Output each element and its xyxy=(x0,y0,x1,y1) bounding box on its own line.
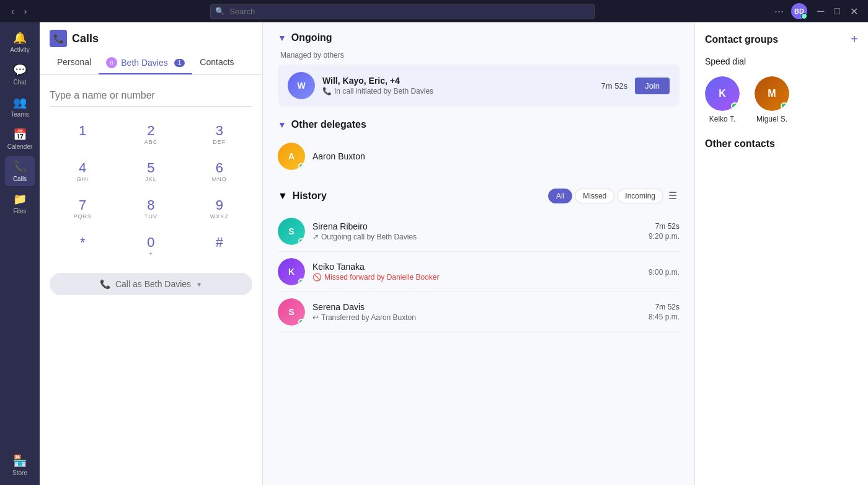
sidebar-item-label: Files xyxy=(13,208,26,215)
ongoing-call-card: W Will, Kayo, Eric, +4 📞 In call initiat… xyxy=(278,65,680,107)
delegate-name: Aaron Buxton xyxy=(312,151,365,161)
sidebar-item-calls[interactable]: 📞 Calls xyxy=(5,156,35,186)
calls-tabs: Personal B Beth Davies 1 Contacts xyxy=(50,52,252,74)
history-toggle[interactable]: ▼ xyxy=(278,190,288,202)
dialpad-input[interactable] xyxy=(50,85,252,107)
dialpad-key-4[interactable]: 4GHI xyxy=(50,154,115,189)
calls-header: 📞 Calls Personal B Beth Davies 1 Contact… xyxy=(40,22,262,75)
beth-tab-wrap: B Beth Davies 1 xyxy=(106,57,185,68)
ongoing-call-avatar: W xyxy=(288,72,315,99)
tab-beth[interactable]: B Beth Davies 1 xyxy=(99,52,192,74)
speed-dial-contact-miguel[interactable]: M Miguel S. xyxy=(755,76,789,123)
hist-subtitle: ↩ Transferred by Aaron Buxton xyxy=(312,313,641,322)
back-button[interactable]: ‹ xyxy=(7,5,18,17)
forward-button[interactable]: › xyxy=(20,5,31,17)
minimize-button[interactable]: ─ xyxy=(815,6,826,17)
beth-avatar-small: B xyxy=(106,57,117,68)
sidebar-item-chat[interactable]: 💬 Chat xyxy=(5,60,35,89)
ongoing-call-meta: 7m 52s Join xyxy=(601,78,670,94)
titlebar-right: ··· BD ─ □ ✕ xyxy=(774,3,861,19)
titlebar-search: 🔍 xyxy=(210,4,595,19)
search-input[interactable] xyxy=(210,4,595,19)
ongoing-call-subtitle: 📞 In call initiated by Beth Davies xyxy=(322,87,594,96)
add-contact-group-button[interactable]: + xyxy=(851,32,858,47)
delegates-toggle[interactable]: ▼ xyxy=(278,120,286,130)
maximize-button[interactable]: □ xyxy=(831,6,843,17)
ongoing-toggle[interactable]: ▼ xyxy=(278,33,286,43)
history-item: S Sirena Ribeiro ↗ Outgoing call by Beth… xyxy=(278,211,680,252)
dialpad-key-star[interactable]: * xyxy=(50,228,115,263)
sd-online-indicator xyxy=(731,102,738,110)
dialpad-grid: 1 2ABC 3DEF 4GHI 5JKL 6MNO 7PQRS 8TUV 9W… xyxy=(50,117,252,263)
sd-avatar-miguel: M xyxy=(755,76,789,111)
dialpad-key-1[interactable]: 1 xyxy=(50,117,115,151)
history-item: S Serena Davis ↩ Transferred by Aaron Bu… xyxy=(278,292,680,332)
dialpad-key-9[interactable]: 9WXYZ xyxy=(187,191,252,226)
sidebar-item-store[interactable]: 🏪 Store xyxy=(5,450,35,480)
hist-name: Sirena Ribeiro xyxy=(312,221,641,231)
sidebar-item-label: Teams xyxy=(11,111,29,118)
dialpad-key-5[interactable]: 5JKL xyxy=(118,154,184,189)
left-panel: 📞 Calls Personal B Beth Davies 1 Contact… xyxy=(40,22,263,485)
filter-incoming[interactable]: Incoming xyxy=(617,189,663,203)
hist-time: 8:45 p.m. xyxy=(649,313,680,321)
hist-info-serena: Serena Davis ↩ Transferred by Aaron Buxt… xyxy=(312,302,641,322)
main-content: 📞 Calls Personal B Beth Davies 1 Contact… xyxy=(40,22,868,485)
chat-icon: 💬 xyxy=(13,63,27,77)
dialpad-key-3[interactable]: 3DEF xyxy=(187,117,252,151)
calendar-icon: 📅 xyxy=(13,128,27,141)
user-avatar[interactable]: BD xyxy=(791,3,807,19)
ongoing-call-name: Will, Kayo, Eric, +4 xyxy=(322,76,594,86)
history-item: K Keiko Tanaka 🚫 Missed forward by Danie… xyxy=(278,252,680,292)
window-controls: ─ □ ✕ xyxy=(815,6,861,17)
hist-online-indicator xyxy=(298,278,304,285)
filter-missed[interactable]: Missed xyxy=(575,189,614,203)
history-filters: All Missed Incoming ☰ xyxy=(548,187,680,204)
dialpad-key-0[interactable]: 0+ xyxy=(118,228,184,263)
hist-info-keiko: Keiko Tanaka 🚫 Missed forward by Daniell… xyxy=(312,262,641,282)
tab-contacts[interactable]: Contacts xyxy=(192,52,241,74)
close-button[interactable]: ✕ xyxy=(848,6,861,17)
hist-meta-sirena: 7m 52s 9:20 p.m. xyxy=(649,222,680,241)
calls-title: Calls xyxy=(72,32,99,45)
dialpad-key-6[interactable]: 6MNO xyxy=(187,154,252,189)
speed-dial-contact-keiko[interactable]: K Keiko T. xyxy=(705,76,740,123)
dialpad-key-8[interactable]: 8TUV xyxy=(118,191,184,226)
hist-subtitle-missed: 🚫 Missed forward by Danielle Booker xyxy=(312,273,641,282)
call-button[interactable]: 📞 Call as Beth Davies ▼ xyxy=(50,273,252,295)
tab-personal[interactable]: Personal xyxy=(50,52,99,74)
join-button[interactable]: Join xyxy=(635,78,670,94)
other-contacts-title: Other contacts xyxy=(705,138,858,149)
filter-all[interactable]: All xyxy=(548,189,572,203)
hist-online-indicator xyxy=(298,319,304,325)
call-button-label: Call as Beth Davies xyxy=(115,279,191,289)
sidebar-item-teams[interactable]: 👥 Teams xyxy=(5,92,35,122)
hist-meta-keiko: 9:00 p.m. xyxy=(649,267,680,277)
hist-avatar-sirena: S xyxy=(278,218,305,245)
sidebar-item-label: Activity xyxy=(10,47,30,53)
activity-icon: 🔔 xyxy=(13,31,27,45)
ongoing-call-info: Will, Kayo, Eric, +4 📞 In call initiated… xyxy=(322,76,594,96)
right-panel: Contact groups + Speed dial K Keiko T. M xyxy=(694,22,868,485)
hist-name: Keiko Tanaka xyxy=(312,262,641,272)
calls-title-row: 📞 Calls xyxy=(50,30,252,47)
titlebar-left: ‹ › xyxy=(7,5,30,17)
hist-name: Serena Davis xyxy=(312,302,641,312)
call-subtitle-icon: 📞 xyxy=(322,87,332,96)
sidebar-item-activity[interactable]: 🔔 Activity xyxy=(5,27,35,57)
dialpad-key-2[interactable]: 2ABC xyxy=(118,117,184,151)
more-options-button[interactable]: ··· xyxy=(774,5,784,18)
filter-options-icon[interactable]: ☰ xyxy=(666,187,680,204)
delegates-title: Other delegates xyxy=(291,119,366,130)
sd-avatar-keiko: K xyxy=(705,76,740,111)
delegates-header: ▼ Other delegates xyxy=(278,119,680,130)
sidebar-item-calendar[interactable]: 📅 Calender xyxy=(5,124,35,154)
dialpad-key-7[interactable]: 7PQRS xyxy=(50,191,115,226)
hist-duration: 7m 52s xyxy=(655,303,680,311)
sidebar-item-files[interactable]: 📁 Files xyxy=(5,189,35,218)
sidebar-item-label: Calls xyxy=(13,176,27,182)
history-title: History xyxy=(293,190,327,202)
dialpad-key-hash[interactable]: # xyxy=(187,228,252,263)
delegate-online-indicator xyxy=(298,163,304,169)
search-icon: 🔍 xyxy=(215,7,224,16)
